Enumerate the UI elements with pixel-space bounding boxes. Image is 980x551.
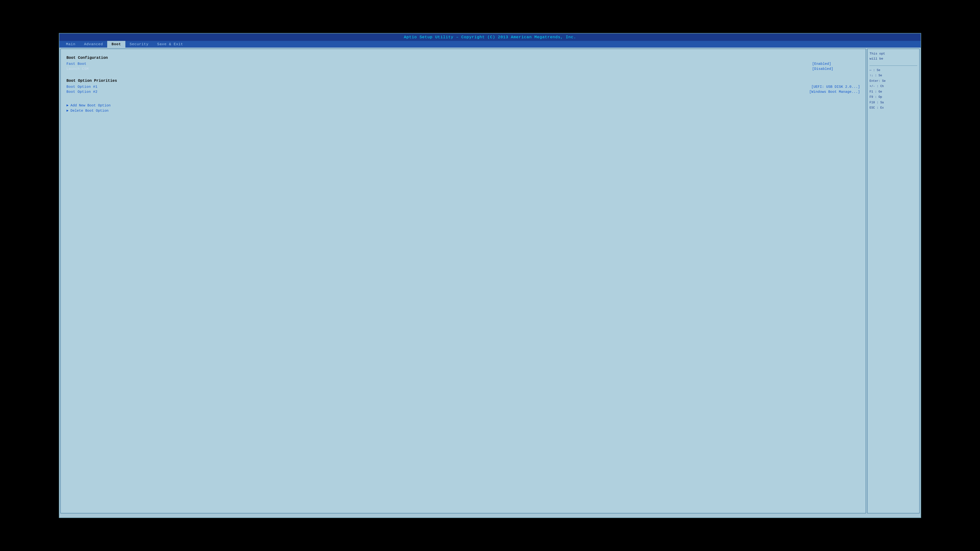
boot-option2-row: Boot Option #2 [Windows Boot Manage...] <box>67 90 860 94</box>
help-line1: This opt <box>869 52 885 56</box>
launch-csm-value: [Disabled] <box>812 67 860 71</box>
tab-boot[interactable]: Boot <box>107 41 126 48</box>
fast-boot-row: Fast Boot [Enabled] <box>67 62 860 66</box>
boot-option2-value: [Windows Boot Manage...] <box>809 90 860 94</box>
arrow-icon-add: ► <box>67 103 68 107</box>
boot-option1-label[interactable]: Boot Option #1 <box>67 85 811 89</box>
key-f9: F9 : Op <box>869 94 917 100</box>
title-bar: Aptio Setup Utility – Copyright (C) 2013… <box>59 33 921 41</box>
launch-csm-row: Launch CSM [Disabled] <box>67 67 860 71</box>
tab-advanced[interactable]: Advanced <box>80 41 107 48</box>
title-text: Aptio Setup Utility – Copyright (C) 2013… <box>404 35 576 40</box>
delete-boot-option[interactable]: ► Delete Boot Option <box>67 109 860 113</box>
key-legend: ↔ : Se ↑↓ : Se Enter: Se +/- : Ch F1 : G… <box>869 68 917 111</box>
main-panel: Boot Configuration Fast Boot [Enabled] L… <box>60 49 866 513</box>
tab-main[interactable]: Main <box>62 41 80 48</box>
arrow-icon-delete: ► <box>67 109 68 113</box>
key-plusminus: +/- : Ch <box>869 84 917 89</box>
tab-security[interactable]: Security <box>126 41 153 48</box>
delete-boot-label: Delete Boot Option <box>71 109 109 113</box>
key-updown: ↑↓ : Se <box>869 73 917 78</box>
fast-boot-label[interactable]: Fast Boot <box>67 62 812 66</box>
launch-csm-label: Launch CSM <box>67 67 812 71</box>
boot-option1-row: Boot Option #1 [UEFI: USB DISK 2.0...] <box>67 85 860 89</box>
side-panel: This opt will be ↔ : Se ↑↓ : Se Enter: S… <box>867 49 920 513</box>
key-f10: F10 : Sa <box>869 100 917 105</box>
boot-option2-label[interactable]: Boot Option #2 <box>67 90 809 94</box>
add-new-boot-option[interactable]: ► Add New Boot Option <box>67 103 860 107</box>
key-esc: ESC : Ex <box>869 105 917 111</box>
fast-boot-value[interactable]: [Enabled] <box>812 62 860 66</box>
content-area: Boot Configuration Fast Boot [Enabled] L… <box>59 48 921 514</box>
help-line2: will be <box>869 57 883 60</box>
key-f1: F1 : Ge <box>869 89 917 94</box>
add-new-boot-label: Add New Boot Option <box>71 103 111 107</box>
boot-option1-value: [UEFI: USB DISK 2.0...] <box>811 85 860 89</box>
help-text: This opt will be <box>869 51 917 61</box>
boot-config-header: Boot Configuration <box>67 56 860 60</box>
bios-screen: Aptio Setup Utility – Copyright (C) 2013… <box>59 33 921 518</box>
key-arrows: ↔ : Se <box>869 68 917 73</box>
boot-priorities-header: Boot Option Priorities <box>67 79 860 83</box>
tab-save-exit[interactable]: Save & Exit <box>153 41 188 48</box>
nav-bar: Main Advanced Boot Security Save & Exit <box>59 41 921 48</box>
side-divider <box>869 65 917 66</box>
key-enter: Enter: Se <box>869 78 917 84</box>
